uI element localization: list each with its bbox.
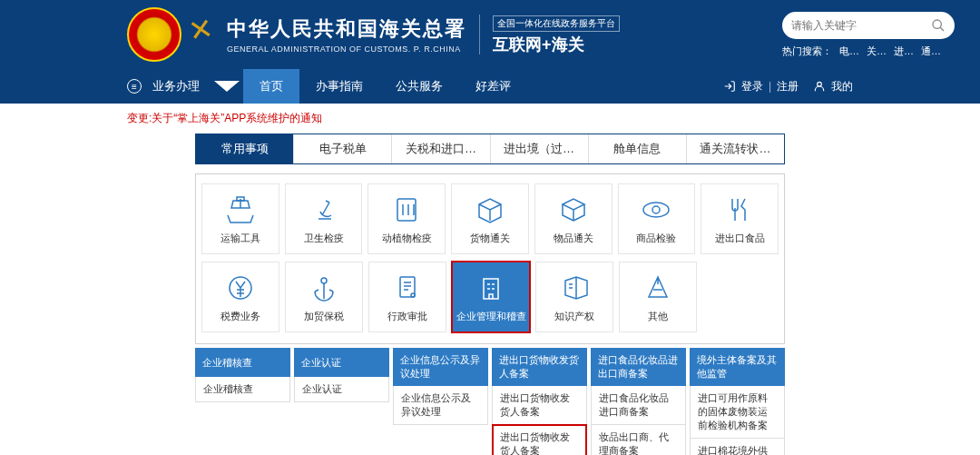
tab-border[interactable]: 进出境（过… [491, 134, 589, 163]
search-icon[interactable] [931, 18, 946, 33]
hot-item[interactable]: 关… [867, 45, 887, 58]
books-icon [558, 272, 591, 304]
tile-label: 动植物检疫 [382, 232, 432, 245]
hot-item[interactable]: 电… [839, 45, 859, 58]
hot-label: 热门搜索： [782, 45, 832, 58]
tile-cube[interactable]: 物品通关 [534, 183, 612, 254]
tile-label: 货物通关 [470, 232, 510, 245]
tile-label: 知识产权 [554, 310, 594, 323]
column-item[interactable]: 企业认证 [294, 377, 389, 402]
search-input[interactable] [791, 19, 931, 32]
tile-label: 企业管理和稽查 [456, 310, 526, 323]
tile-ship[interactable]: 运输工具 [201, 183, 279, 254]
box-icon [474, 193, 506, 226]
svg-point-0 [933, 20, 941, 28]
tab-manifest[interactable]: 舱单信息 [589, 134, 687, 163]
tile-label: 行政审批 [387, 310, 427, 323]
eye-icon [640, 193, 672, 226]
doc-icon [391, 272, 424, 304]
column-item[interactable]: 进出口货物收发货人备案 [492, 386, 587, 425]
nav-mine[interactable]: 我的 [831, 79, 853, 94]
column-head[interactable]: 企业稽核查 [195, 348, 290, 377]
tab-tariff[interactable]: 关税和进口… [392, 134, 490, 163]
national-emblem-icon [127, 7, 181, 62]
column-item[interactable]: 妆品出口商、代理商备案 [591, 425, 686, 455]
tile-label: 税费业务 [220, 310, 260, 323]
caret-down-icon [214, 81, 240, 92]
tab-etax[interactable]: 电子税单 [294, 134, 392, 163]
nav-review[interactable]: 好差评 [459, 69, 527, 104]
cube-icon [557, 193, 590, 226]
tile-label: 商品检验 [636, 232, 676, 245]
search-box[interactable] [782, 12, 955, 39]
nav-login[interactable]: 登录 [741, 79, 763, 94]
column-item[interactable]: 进口棉花境外供货企业登记 [690, 439, 785, 455]
main-nav: ≡ 业务办理 首页 办事指南 公共服务 好差评 登录 | 注册 我的 [0, 69, 980, 104]
tile-books[interactable]: 知识产权 [535, 262, 613, 332]
tile-microscope[interactable]: 卫生检疫 [285, 183, 363, 254]
nav-biz-label[interactable]: 业务办理 [152, 78, 200, 94]
user-icon [813, 80, 826, 93]
building-icon [475, 272, 507, 304]
hot-item[interactable]: 进… [894, 45, 914, 58]
header-divider [479, 15, 480, 54]
header: ✕ 中华人民共和国海关总署 GENERAL ADMINISTRATION OF … [0, 0, 980, 69]
nav-home[interactable]: 首页 [243, 69, 299, 104]
column-item[interactable]: 进口可用作原料的固体废物装运前检验机构备案 [690, 386, 785, 439]
column-item[interactable]: 企业信息公示及异议处理 [393, 386, 488, 425]
sub-service-columns: 企业稽核查企业稽核查企业认证企业认证企业信息公示及异议处理企业信息公示及异议处理… [195, 348, 785, 455]
column-head[interactable]: 企业认证 [294, 348, 389, 377]
hot-item[interactable]: 通… [921, 45, 941, 58]
column-item[interactable]: 进出口货物收发货人备案 [492, 425, 587, 455]
title-en: GENERAL ADMINISTRATION OF CUSTOMS. P. R.… [227, 45, 466, 54]
tile-eye[interactable]: 商品检验 [618, 183, 696, 254]
svg-rect-3 [397, 199, 416, 221]
tile-drafting[interactable]: 其他 [619, 262, 697, 332]
tile-anchor[interactable]: 加贸保税 [285, 262, 363, 332]
platform-line1: 全国一体化在线政务服务平台 [493, 15, 620, 32]
service-grid: 运输工具卫生检疫动植物检疫货物通关物品通关商品检验进出口食品 税费业务加贸保税行… [195, 173, 785, 344]
svg-point-5 [652, 206, 660, 213]
svg-rect-10 [484, 279, 498, 299]
plant-icon [390, 193, 423, 226]
biz-icon: ≡ [127, 79, 142, 94]
microscope-icon [308, 193, 340, 226]
column-head[interactable]: 境外主体备案及其他监管 [690, 348, 785, 386]
title-cn: 中华人民共和国海关总署 [227, 15, 466, 43]
svg-point-7 [321, 278, 327, 283]
site-title: 中华人民共和国海关总署 GENERAL ADMINISTRATION OF CU… [227, 15, 466, 54]
anchor-icon [308, 272, 340, 304]
keys-icon: ✕ [186, 11, 216, 49]
nav-guide[interactable]: 办事指南 [299, 69, 379, 104]
ship-icon [224, 193, 257, 226]
yen-icon [224, 272, 257, 304]
svg-line-1 [940, 27, 944, 31]
tile-building[interactable]: 企业管理和稽查 [452, 262, 530, 332]
tab-clearance[interactable]: 通关流转状… [687, 134, 784, 163]
tile-box[interactable]: 货物通关 [451, 183, 529, 254]
notice-bar[interactable]: 变更:关于“掌上海关”APP系统维护的通知 [0, 104, 980, 134]
utensils-icon [723, 193, 756, 226]
tile-label: 加贸保税 [304, 310, 344, 323]
drafting-icon [642, 272, 674, 304]
column-head[interactable]: 企业信息公示及异议处理 [393, 348, 488, 386]
column-item[interactable]: 企业稽核查 [195, 377, 290, 402]
category-tabs: 常用事项 电子税单 关税和进口… 进出境（过… 舱单信息 通关流转状… [195, 134, 785, 164]
svg-point-2 [818, 82, 822, 86]
tile-plant[interactable]: 动植物检疫 [368, 183, 446, 254]
tile-doc[interactable]: 行政审批 [368, 262, 446, 332]
svg-point-4 [643, 203, 669, 217]
platform-line2: 互联网+海关 [493, 34, 620, 55]
tile-utensils[interactable]: 进出口食品 [701, 183, 779, 254]
login-icon [723, 80, 736, 93]
tile-label: 其他 [648, 310, 668, 323]
hot-search: 热门搜索： 电… 关… 进… 通… [782, 45, 955, 58]
column-head[interactable]: 进出口货物收发货人备案 [492, 348, 587, 386]
tab-common[interactable]: 常用事项 [196, 134, 294, 163]
nav-public[interactable]: 公共服务 [379, 69, 459, 104]
column-item[interactable]: 进口食品化妆品进口商备案 [591, 386, 686, 425]
column-head[interactable]: 进口食品化妆品进出口商备案 [591, 348, 686, 386]
nav-register[interactable]: 注册 [777, 79, 799, 94]
platform-block: 全国一体化在线政务服务平台 互联网+海关 [493, 14, 620, 55]
tile-yen[interactable]: 税费业务 [201, 262, 279, 332]
